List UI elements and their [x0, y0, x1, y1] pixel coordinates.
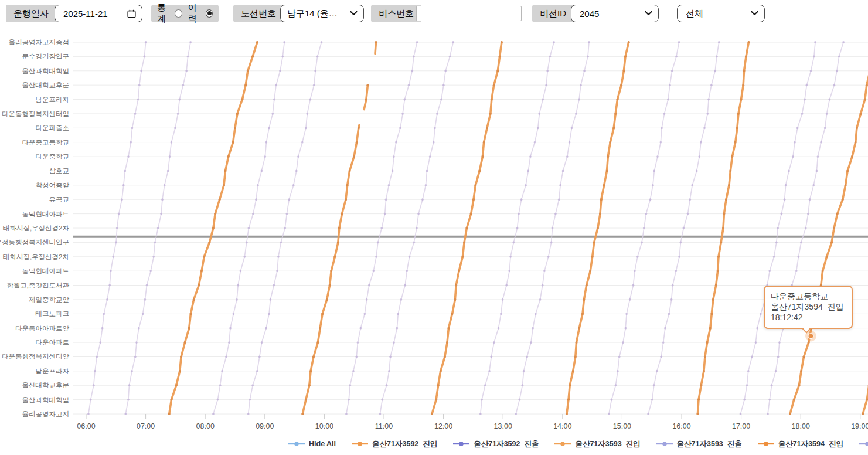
stop-event-marker — [411, 70, 413, 72]
stop-event-marker — [742, 84, 744, 86]
stop-event-marker — [756, 327, 758, 330]
stop-event-marker — [251, 55, 254, 57]
stop-event-marker — [436, 113, 438, 115]
stop-event-marker — [268, 127, 270, 129]
legend-item-4[interactable]: 울산71자3593_진출 — [656, 439, 742, 449]
stop-event-marker — [805, 227, 807, 229]
stop-event-marker — [416, 41, 418, 43]
stop-event-marker — [388, 370, 390, 372]
stop-event-marker — [157, 227, 159, 229]
stop-event-marker — [433, 141, 435, 144]
stop-event-marker — [509, 256, 512, 258]
calendar-icon[interactable] — [127, 9, 136, 18]
stop-event-marker — [647, 413, 649, 415]
stop-event-marker — [404, 99, 406, 101]
legend-item-6[interactable]: 울산71자3594_진출 — [859, 439, 868, 449]
stop-event-marker — [810, 70, 812, 72]
stop-event-marker — [160, 213, 162, 215]
version-select[interactable]: 2045 — [571, 5, 659, 22]
chevron-down-icon — [350, 11, 358, 16]
stop-event-marker — [580, 84, 582, 86]
stop-event-marker — [607, 155, 609, 158]
stop-event-marker — [538, 113, 540, 115]
radio-history[interactable] — [206, 9, 213, 18]
stop-event-marker — [707, 99, 710, 101]
stop-event-marker — [542, 99, 544, 101]
stop-event-marker — [338, 227, 341, 229]
stop-event-marker — [670, 298, 673, 301]
legend-item-0[interactable]: Hide All — [288, 440, 336, 448]
stop-event-marker — [809, 198, 811, 201]
stop-event-marker — [217, 399, 219, 401]
stop-event-marker — [247, 70, 249, 72]
stop-event-marker — [137, 99, 139, 101]
x-axis-label: 14:00 — [553, 422, 571, 430]
legend-item-2[interactable]: 울산71자3592_진출 — [453, 439, 539, 449]
stop-event-marker — [219, 384, 222, 386]
operation-date-input[interactable]: 2025-11-21 — [55, 5, 142, 22]
stop-event-marker — [545, 84, 547, 86]
bus-number-input[interactable] — [416, 6, 522, 21]
stop-event-marker — [115, 242, 117, 244]
stop-event-marker — [368, 284, 370, 287]
stop-event-marker — [822, 270, 824, 272]
stop-event-marker — [518, 213, 520, 215]
stop-event-marker — [381, 399, 383, 401]
stop-event-marker — [824, 127, 826, 129]
legend-label: 울산71자3592_진입 — [372, 439, 437, 449]
stop-event-marker — [606, 170, 608, 172]
stop-event-marker — [286, 213, 288, 215]
stop-event-marker — [547, 256, 550, 258]
headway-chart[interactable]: 율리공영차고지종점문수경기장입구울산과학대학앞울산대학교후문남운프라자다운동행정… — [0, 27, 868, 455]
stop-event-marker — [622, 70, 625, 72]
stop-event-marker — [696, 170, 698, 172]
stop-event-marker — [746, 384, 748, 386]
stop-event-marker — [346, 184, 349, 186]
scope-select[interactable]: 전체 — [677, 5, 765, 22]
legend-item-1[interactable]: 울산71자3592_진입 — [352, 439, 437, 449]
stop-event-marker — [212, 227, 215, 229]
stop-event-marker — [743, 70, 746, 72]
radio-label-statistics: 통계 — [157, 2, 172, 25]
stop-event-marker — [575, 113, 577, 115]
trajectory-line[interactable] — [375, 42, 376, 54]
stop-event-marker — [826, 256, 828, 258]
stop-event-marker — [108, 284, 111, 287]
trajectory-line[interactable] — [364, 85, 367, 109]
stop-event-marker — [232, 141, 234, 144]
stop-event-marker — [470, 213, 472, 215]
stop-event-marker — [142, 313, 144, 315]
stop-event-marker — [341, 213, 343, 215]
stop-event-marker — [789, 413, 791, 415]
stop-event-marker — [229, 327, 232, 330]
chart-plot-area[interactable]: 율리공영차고지종점문수경기장입구울산과학대학앞울산대학교후문남운프라자다운동행정… — [0, 27, 868, 455]
stop-event-marker — [710, 84, 713, 86]
stop-event-marker — [380, 227, 383, 229]
stop-event-marker — [236, 298, 238, 301]
stop-event-marker — [751, 356, 753, 358]
stop-event-marker — [249, 399, 251, 401]
stop-event-marker — [804, 99, 806, 101]
stop-event-marker — [484, 384, 486, 386]
radio-statistics[interactable] — [175, 9, 182, 18]
stop-event-marker — [187, 56, 189, 58]
stop-event-marker — [461, 256, 464, 258]
stop-event-marker — [636, 256, 639, 258]
route-select[interactable]: 남구14 (율리공영차 — [280, 5, 364, 22]
stop-event-marker — [301, 413, 304, 415]
stop-event-marker — [348, 399, 350, 401]
stop-event-marker — [767, 413, 769, 415]
stop-event-marker — [489, 113, 492, 115]
stop-event-marker — [816, 170, 818, 172]
tooltip-stop-name: 다운중고등학교 — [771, 291, 846, 301]
stop-event-marker — [703, 370, 705, 372]
stop-event-marker — [177, 113, 179, 115]
legend-item-5[interactable]: 울산71자3594_진입 — [758, 439, 843, 449]
stop-event-marker — [337, 241, 339, 243]
stop-event-marker — [808, 341, 810, 344]
highlighted-point[interactable] — [808, 334, 813, 339]
stop-event-marker — [807, 213, 809, 215]
stop-event-marker — [444, 70, 447, 72]
legend-item-3[interactable]: 울산71자3593_진입 — [554, 439, 640, 449]
y-axis-label: 제일중학교앞 — [29, 296, 70, 303]
